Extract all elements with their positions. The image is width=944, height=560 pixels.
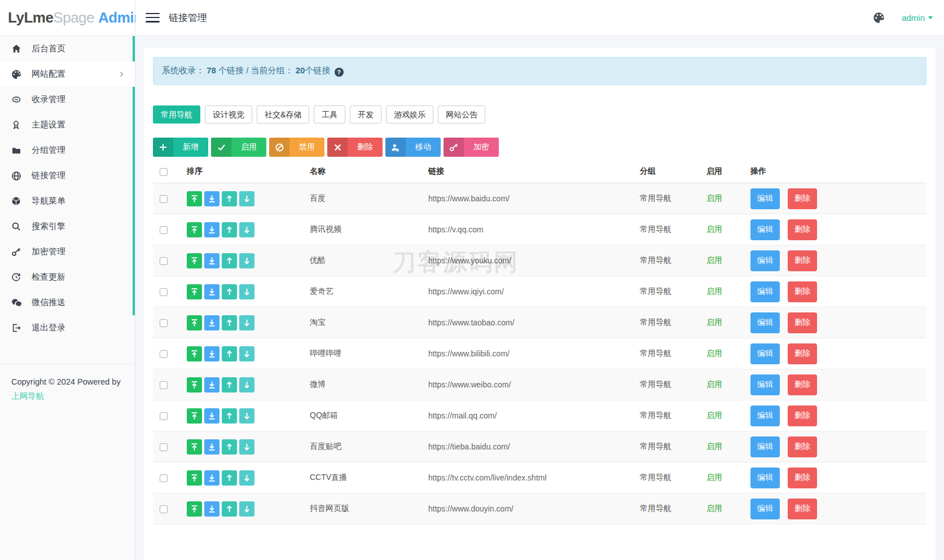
row-checkbox[interactable] <box>160 381 168 389</box>
edit-button[interactable]: 编辑 <box>750 281 780 302</box>
move-top-button[interactable] <box>187 315 202 330</box>
row-checkbox[interactable] <box>160 474 168 482</box>
move-bottom-button[interactable] <box>204 191 219 206</box>
sidebar-item-home[interactable]: 后台首页 <box>0 36 135 61</box>
move-down-button[interactable] <box>239 408 254 424</box>
move-down-button[interactable] <box>239 501 254 517</box>
move-down-button[interactable] <box>239 439 254 455</box>
move-top-button[interactable] <box>187 253 202 268</box>
move-bottom-button[interactable] <box>204 222 219 237</box>
move-top-button[interactable] <box>187 346 202 361</box>
move-up-button[interactable] <box>222 439 237 455</box>
edit-button[interactable]: 编辑 <box>750 436 780 457</box>
move-up-button[interactable] <box>222 377 237 393</box>
sidebar-item-wechat[interactable]: 微信推送 <box>0 290 135 315</box>
delete-button[interactable]: 删除 <box>788 499 817 519</box>
move-bottom-button[interactable] <box>204 377 219 393</box>
sidebar-item-award[interactable]: 主题设置 <box>0 112 135 138</box>
copyright-link[interactable]: 上网导航 <box>11 389 127 403</box>
move-down-button[interactable] <box>239 470 254 486</box>
move-up-button[interactable] <box>222 408 237 424</box>
group-tab[interactable]: 设计视觉 <box>205 105 252 124</box>
sidebar-item-palette[interactable]: 网站配置 <box>0 61 135 87</box>
group-tab[interactable]: 游戏娱乐 <box>386 105 433 124</box>
delete-button[interactable]: 删除 <box>788 312 817 333</box>
move-up-button[interactable] <box>222 470 237 486</box>
row-checkbox[interactable] <box>160 195 168 203</box>
edit-button[interactable]: 编辑 <box>750 250 780 271</box>
move-down-button[interactable] <box>239 377 254 393</box>
move-top-button[interactable] <box>187 470 202 486</box>
move-down-button[interactable] <box>239 253 254 268</box>
row-checkbox[interactable] <box>160 257 168 265</box>
sidebar-item-cube[interactable]: 导航菜单 <box>0 188 135 214</box>
group-tab[interactable]: 网站公告 <box>438 105 485 124</box>
edit-button[interactable]: 编辑 <box>750 374 780 395</box>
move-up-button[interactable] <box>222 284 237 299</box>
row-checkbox[interactable] <box>160 319 168 327</box>
move-down-button[interactable] <box>239 191 254 206</box>
move-top-button[interactable] <box>187 191 202 206</box>
row-checkbox[interactable] <box>160 505 168 513</box>
group-tab[interactable]: 开发 <box>350 105 381 124</box>
add-button[interactable]: 新增 <box>153 138 208 157</box>
move-down-button[interactable] <box>239 222 254 237</box>
user-dropdown[interactable]: admin <box>902 13 933 23</box>
move-bottom-button[interactable] <box>204 470 219 486</box>
delete-button[interactable]: 删除 <box>788 250 817 271</box>
delete-button[interactable]: 删除 <box>788 436 817 457</box>
edit-button[interactable]: 编辑 <box>750 343 780 364</box>
move-top-button[interactable] <box>187 439 202 455</box>
edit-button[interactable]: 编辑 <box>750 312 780 333</box>
menu-toggle-icon[interactable] <box>146 13 160 23</box>
move-up-button[interactable] <box>222 222 237 237</box>
enable-button[interactable]: 启用 <box>211 138 266 157</box>
sidebar-item-logout[interactable]: 退出登录 <box>0 315 135 341</box>
delete-button[interactable]: 删除 <box>788 343 817 364</box>
row-checkbox[interactable] <box>160 412 168 420</box>
delete-button[interactable]: 删除 <box>788 374 817 395</box>
edit-button[interactable]: 编辑 <box>750 468 780 488</box>
group-tab[interactable]: 常用导航 <box>153 105 200 124</box>
move-up-button[interactable] <box>222 346 237 361</box>
move-top-button[interactable] <box>187 284 202 299</box>
edit-button[interactable]: 编辑 <box>750 405 780 426</box>
row-checkbox[interactable] <box>160 350 168 358</box>
move-bottom-button[interactable] <box>204 501 219 517</box>
move-up-button[interactable] <box>222 191 237 206</box>
sidebar-item-search[interactable]: 搜索引擎 <box>0 214 135 239</box>
edit-button[interactable]: 编辑 <box>750 219 780 240</box>
move-up-button[interactable] <box>222 253 237 268</box>
move-bottom-button[interactable] <box>204 408 219 424</box>
move-up-button[interactable] <box>222 315 237 330</box>
delete-button[interactable]: 删除 <box>788 405 817 426</box>
group-tab[interactable]: 工具 <box>314 105 345 124</box>
move-down-button[interactable] <box>239 315 254 330</box>
sidebar-item-globe[interactable]: 链接管理 <box>0 163 135 188</box>
sidebar-item-link[interactable]: 收录管理 <box>0 87 135 112</box>
sidebar-item-key[interactable]: 加密管理 <box>0 239 135 264</box>
group-tab[interactable]: 社交&存储 <box>257 105 309 124</box>
move-top-button[interactable] <box>187 222 202 237</box>
move-down-button[interactable] <box>239 346 254 361</box>
edit-button[interactable]: 编辑 <box>750 499 780 519</box>
move-top-button[interactable] <box>187 377 202 393</box>
help-icon[interactable]: ? <box>335 68 344 77</box>
move-bottom-button[interactable] <box>204 253 219 268</box>
edit-button[interactable]: 编辑 <box>750 188 780 209</box>
move-bottom-button[interactable] <box>204 315 219 330</box>
delete-button[interactable]: 删除 <box>788 219 817 240</box>
disable-button[interactable]: 禁用 <box>269 138 324 157</box>
move-top-button[interactable] <box>187 408 202 424</box>
select-all-checkbox[interactable] <box>160 168 168 176</box>
theme-palette-icon[interactable] <box>873 12 885 24</box>
move-bottom-button[interactable] <box>204 284 219 299</box>
delete-button[interactable]: 删除 <box>327 138 383 157</box>
row-checkbox[interactable] <box>160 443 168 451</box>
encrypt-button[interactable]: 加密 <box>444 138 499 157</box>
move-bottom-button[interactable] <box>204 346 219 361</box>
move-up-button[interactable] <box>222 501 237 517</box>
sidebar-item-refresh[interactable]: 检查更新 <box>0 264 135 290</box>
row-checkbox[interactable] <box>160 226 168 234</box>
row-checkbox[interactable] <box>160 288 168 296</box>
